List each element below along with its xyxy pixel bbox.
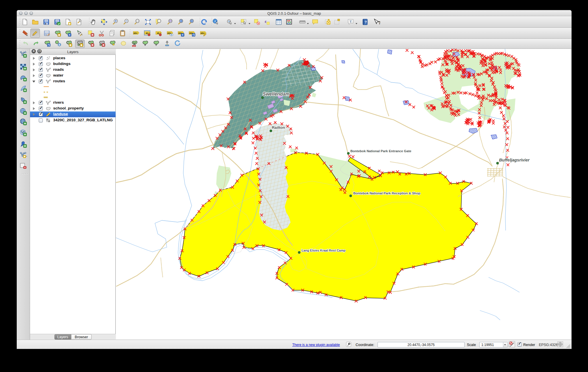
svg-text:Buffeljagsrivier: Buffeljagsrivier bbox=[499, 158, 530, 162]
svg-text:1:1: 1:1 bbox=[136, 20, 139, 22]
svg-text:✱: ✱ bbox=[80, 44, 83, 47]
svg-text:ab: ab bbox=[157, 32, 159, 34]
svg-text:ε: ε bbox=[265, 19, 267, 24]
svg-text:abc: abc bbox=[201, 32, 205, 34]
svg-text:✱: ✱ bbox=[69, 22, 71, 25]
svg-text:✱: ✱ bbox=[23, 155, 25, 158]
svg-text:Bontebok National Park Entranc: Bontebok National Park Entrance Gate bbox=[350, 149, 411, 153]
svg-text:T: T bbox=[350, 20, 352, 23]
svg-text:Railton: Railton bbox=[272, 125, 285, 130]
svg-text:abc: abc bbox=[134, 32, 138, 34]
svg-text:Lang Elsies Kraal Rest Camp: Lang Elsies Kraal Rest Camp bbox=[302, 249, 346, 252]
svg-text:Bontebok National Park Recepti: Bontebok National Park Reception & Shop bbox=[353, 191, 420, 195]
svg-text:ab: ab bbox=[146, 32, 148, 34]
svg-text:✱: ✱ bbox=[58, 34, 60, 37]
svg-text:Swellendam: Swellendam bbox=[263, 92, 289, 96]
svg-text:?: ? bbox=[378, 21, 380, 25]
svg-text:?: ? bbox=[365, 20, 367, 24]
svg-text:✱: ✱ bbox=[69, 44, 72, 47]
